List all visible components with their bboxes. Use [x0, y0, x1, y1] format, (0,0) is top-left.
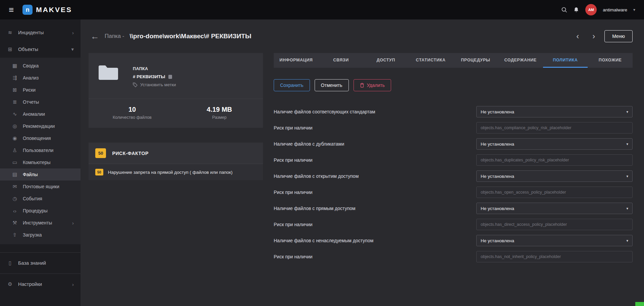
chevron-right-icon: ›	[72, 220, 74, 226]
sidebar-item-risks[interactable]: ⊠ Риски	[0, 84, 80, 96]
chevron-down-icon: ▾	[626, 142, 628, 146]
risk-label: Риск при наличии	[274, 254, 313, 259]
objects-submenu: ▦ Сводка ⇶ Анализ ⊠ Риски ≣ Отчеты ∿ А	[0, 58, 80, 244]
anomalies-icon: ∿	[11, 111, 18, 117]
search-icon[interactable]	[561, 7, 567, 13]
policy-group-compliance: Наличие файлов соответсвующих стандартам…	[274, 106, 633, 134]
next-object-chevron-right-icon[interactable]: ›	[588, 32, 599, 41]
policy-group-duplicates: Наличие файлов с дубликатами Не установл…	[274, 138, 633, 166]
content-area: ПАПКА # РЕКВИЗИТЫ Установить метки	[80, 53, 644, 306]
topbar-right: AM antimalware ▾	[561, 4, 635, 15]
delete-button[interactable]: Удалить	[354, 79, 391, 91]
sidebar-item-users[interactable]: ♙ Пользователи	[0, 144, 80, 156]
risks-icon: ⊠	[11, 87, 18, 93]
size-stat: 4.19 MB Размер	[176, 106, 263, 120]
hamburger-menu-icon[interactable]: ≡	[9, 5, 14, 14]
risk-input[interactable]	[476, 251, 633, 262]
object-name-row: # РЕКВИЗИТЫ	[133, 74, 176, 79]
sidebar-item-incidents[interactable]: ≋ Инциденты ›	[0, 24, 80, 41]
sidebar-item-label: Оповещения	[23, 136, 74, 141]
files-count-caption: Количество файлов	[89, 115, 176, 120]
policy-group-not-inherit: Наличие файлов с ненаследуемым доступом …	[274, 235, 633, 262]
object-type-label: Папка -	[105, 33, 124, 40]
logo-icon: n	[22, 5, 33, 15]
sidebar-item-label: События	[23, 196, 74, 201]
chevron-down-icon: ▾	[626, 174, 628, 178]
tab-content[interactable]: СОДЕРЖАНИЕ	[498, 53, 543, 68]
brand-logo[interactable]: n MAKVES	[22, 5, 72, 15]
recommendations-icon: ◎	[11, 123, 18, 129]
policy-select[interactable]: Не установлена ▾	[476, 203, 633, 214]
sidebar-item-label: Отчеты	[23, 99, 74, 105]
sidebar-item-label: База знаний	[18, 260, 74, 266]
sidebar-item-analysis[interactable]: ⇶ Анализ	[0, 72, 80, 84]
sidebar-item-computers[interactable]: ▭ Компьютеры	[0, 156, 80, 168]
policy-label: Наличие файлов с дубликатами	[274, 141, 344, 147]
sidebar-item-upload[interactable]: ⇧ Загрузка	[0, 229, 80, 241]
user-menu-chevron-down-icon[interactable]: ▾	[633, 7, 635, 12]
save-button[interactable]: Сохранить	[274, 79, 310, 91]
policy-select[interactable]: Не установлена ▾	[476, 106, 633, 117]
page-header: ← Папка - \\pro-dome\work\Маквес\# РЕКВИ…	[80, 19, 644, 53]
risk-input[interactable]	[476, 187, 633, 198]
risk-input[interactable]	[476, 122, 633, 134]
user-avatar[interactable]: AM	[585, 4, 597, 15]
sidebar-item-objects[interactable]: ⊞ Объекты ▾	[0, 41, 80, 58]
sidebar-item-summary[interactable]: ▦ Сводка	[0, 60, 80, 72]
object-card-top: ПАПКА # РЕКВИЗИТЫ Установить метки	[89, 53, 263, 99]
sidebar-item-notifications[interactable]: ◉ Оповещения	[0, 132, 80, 144]
tab-policy[interactable]: ПОЛИТИКА	[543, 53, 588, 68]
risk-label: Риск при наличии	[274, 190, 313, 195]
risk-input[interactable]	[476, 219, 633, 230]
sidebar-item-label: Почтовые ящики	[23, 184, 74, 189]
menu-button[interactable]: Меню	[604, 30, 633, 42]
sidebar-item-label: Сводка	[23, 63, 74, 68]
tab-similar[interactable]: ПОХОЖИЕ	[588, 53, 633, 68]
reports-icon: ≣	[11, 99, 18, 105]
tools-icon: ⚒	[11, 220, 18, 226]
set-labels-link[interactable]: Установить метки	[133, 82, 176, 87]
notifications-bell-icon[interactable]	[573, 7, 579, 13]
policy-select[interactable]: Не установлена ▾	[476, 138, 633, 150]
sidebar-item-knowledge-base[interactable]: ▯ База знаний	[0, 255, 80, 271]
object-card-stats: 10 Количество файлов 4.19 MB Размер	[89, 99, 263, 128]
risk-input[interactable]	[476, 154, 633, 166]
incidents-icon: ≋	[7, 30, 13, 36]
tab-relations[interactable]: СВЯЗИ	[319, 53, 364, 68]
sidebar-item-reports[interactable]: ≣ Отчеты	[0, 96, 80, 108]
policy-select[interactable]: Не установлена ▾	[476, 235, 633, 246]
sidebar-item-recommendations[interactable]: ◎ Рекомендации	[0, 120, 80, 132]
prev-object-chevron-left-icon[interactable]: ‹	[572, 32, 583, 41]
sidebar-item-tools[interactable]: ⚒ Инструменты ›	[0, 217, 80, 229]
sidebar-item-files[interactable]: ▤ Файлы	[0, 168, 80, 181]
tab-statistics[interactable]: СТАТИСТИКА	[408, 53, 453, 68]
sidebar-item-procedures[interactable]: ‹› Процедуры	[0, 205, 80, 217]
tab-access[interactable]: ДОСТУП	[364, 53, 409, 68]
divider	[0, 273, 80, 274]
summary-icon: ▦	[11, 63, 18, 69]
sidebar-item-mailboxes[interactable]: ✉ Почтовые ящики	[0, 181, 80, 193]
tab-procedures[interactable]: ПРОЦЕДУРЫ	[453, 53, 498, 68]
sidebar-item-anomalies[interactable]: ∿ Аномалии	[0, 108, 80, 120]
select-value: Не установлена	[481, 142, 514, 147]
brand-name: MAKVES	[36, 6, 72, 14]
delete-button-label: Удалить	[367, 83, 385, 88]
trash-icon	[360, 83, 364, 88]
chat-widget-badge[interactable]	[635, 302, 644, 306]
user-name: antimalware	[603, 7, 627, 12]
tab-information[interactable]: ИНФОРМАЦИЯ	[274, 53, 319, 68]
cancel-button[interactable]: Отменить	[315, 79, 349, 91]
computers-icon: ▭	[11, 159, 18, 165]
sidebar-item-events[interactable]: ◷ События	[0, 193, 80, 205]
topbar-left: ≡ n MAKVES	[9, 5, 72, 15]
back-arrow-icon[interactable]: ←	[91, 32, 99, 41]
copy-icon[interactable]	[168, 75, 172, 79]
policy-label: Наличие файлов соответсвующих стандартам	[274, 109, 375, 114]
sidebar-item-settings[interactable]: ⚙ Настройки ›	[0, 276, 80, 293]
policy-select[interactable]: Не установлена ▾	[476, 170, 633, 182]
risk-item-row[interactable]: 50 Нарушение запрета на прямой доступ ( …	[89, 164, 263, 180]
sidebar-item-label: Объекты	[18, 47, 66, 52]
procedures-icon: ‹›	[11, 208, 18, 214]
chevron-down-icon: ▾	[626, 110, 628, 114]
policy-label: Наличие файлов с ненаследуемым доступом	[274, 238, 373, 243]
